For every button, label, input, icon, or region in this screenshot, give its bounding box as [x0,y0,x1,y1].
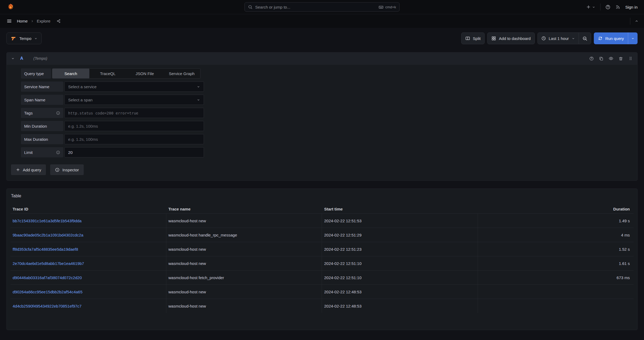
trace-name-cell: wasmcloud-host new [166,299,322,313]
min-duration-input[interactable] [64,121,204,131]
info-icon[interactable] [56,111,60,115]
query-editor-buttons: Add query Inspector [11,164,634,175]
query-type-option-traceql[interactable]: TraceQL [89,69,126,78]
caret-down-icon [631,37,635,40]
col-header-start-time[interactable]: Start time [322,204,478,213]
max-duration-input[interactable] [64,134,204,144]
run-query-dropdown-button[interactable] [628,32,638,44]
start-time-cell: 2024-02-22 12:51:23 [322,242,478,256]
trace-id-link[interactable]: 4d4cb2590f495434922eb70851ef97c7 [13,304,82,308]
col-header-trace-name[interactable]: Trace name [166,204,322,213]
trace-name-cell: wasmcloud-host fetch_provider [166,271,322,284]
query-row-header: A (Tempo) [7,53,637,65]
run-query-split-button: Run query [594,32,638,44]
collapse-header-button[interactable] [635,19,639,23]
tempo-logo-icon [10,35,17,42]
trace-name-cell: wasmcloud-host new [166,285,322,299]
trace-name-cell: wasmcloud-host new [166,256,322,270]
explore-page: Tempo Split Add to dashboard Last 1 hour [0,28,644,330]
duration-cell [478,285,634,299]
service-name-label: Service Name [21,82,63,92]
top-nav: Search or jump to... cmd+k Sign in [0,0,644,14]
min-duration-row: Min Duration [21,121,634,131]
breadcrumb: Home Explore [17,19,50,23]
search-icon [248,5,253,9]
max-duration-label: Max Duration [21,134,63,144]
caret-down-icon [11,57,15,60]
trace-id-link[interactable]: ff8d353cfa7af5c48835ee5da19daef8 [13,247,78,252]
trace-name-cell: wasmcloud-host new [166,242,322,256]
start-time-cell: 2024-02-22 12:48:53 [322,299,478,313]
limit-input[interactable] [64,147,204,157]
grafana-logo-icon[interactable] [6,3,14,11]
col-header-trace-id[interactable]: Trace ID [10,204,166,213]
query-type-option-service-graph[interactable]: Service Graph [163,69,200,78]
trace-id-link[interactable]: bb7c1543391c1e61a3d5fe1b543f9dda [13,219,82,223]
trace-id-link[interactable]: 2e70dc4aebd1e5d8abb17be1ea4619b7 [13,261,84,266]
sign-in-button[interactable]: Sign in [625,5,638,9]
info-icon[interactable] [56,150,60,154]
duration-cell: 1.49 s [478,214,634,228]
trace-id-link[interactable]: 9baac90ade05c2b1a1091bd4302cdc2a [13,233,83,237]
traces-table: Trace ID Trace name Start time Duration … [10,204,634,313]
trace-id-link[interactable]: d90264a66cc95ee15dbb2b2af54c4a65 [13,290,82,294]
service-name-select[interactable]: Select a service [64,82,204,92]
duration-cell: 4 ms [478,228,634,242]
run-query-button[interactable]: Run query [594,32,628,44]
duration-cell: 1.52 s [478,242,634,256]
trace-id-link[interactable]: d90446ab03316af7af38074d072c2d20 [13,275,82,280]
span-name-label: Span Name [21,95,63,105]
table-row: 9baac90ade05c2b1a1091bd4302cdc2a wasmclo… [10,228,634,242]
query-type-option-json-file[interactable]: JSON File [126,69,163,78]
add-query-button[interactable]: Add query [11,164,46,175]
drag-handle-icon[interactable] [628,56,633,61]
caret-down-icon [592,5,595,9]
remove-query-icon[interactable] [619,56,623,61]
query-type-row: Query type Search TraceQL JSON File Serv… [21,68,634,79]
time-zoom-out-button[interactable] [579,33,591,44]
max-duration-row: Max Duration [21,134,634,144]
query-help-icon[interactable] [589,56,594,61]
span-name-placeholder: Select a span [68,98,93,102]
table-row: 2e70dc4aebd1e5d8abb17be1ea4619b7 wasmclo… [10,256,634,270]
start-time-cell: 2024-02-22 12:51:10 [322,256,478,270]
top-nav-right: Sign in [586,3,638,10]
query-type-radio-group: Search TraceQL JSON File Service Graph [52,68,200,79]
datasource-picker[interactable]: Tempo [6,32,42,44]
tags-input[interactable] [64,108,204,118]
service-name-placeholder: Select a service [68,84,97,89]
span-name-row: Span Name Select a span [21,95,634,105]
tags-label: Tags [21,108,63,118]
collapse-query-button[interactable] [11,57,15,60]
menu-toggle-button[interactable] [6,18,12,24]
caret-down-icon [197,98,200,102]
query-type-option-search[interactable]: Search [52,69,89,78]
col-header-duration[interactable]: Duration [478,204,634,213]
inspector-button[interactable]: Inspector [50,164,84,175]
global-search[interactable]: Search or jump to... cmd+k [244,2,400,12]
share-button[interactable] [56,19,61,23]
breadcrumb-home[interactable]: Home [17,19,28,23]
breadcrumb-current: Explore [37,19,50,23]
span-name-select[interactable]: Select a span [64,95,204,105]
divider [630,18,630,25]
results-table-panel: Table Trace ID Trace name Start time Dur… [6,189,638,330]
time-range-button[interactable]: Last 1 hour [538,33,579,44]
split-button[interactable]: Split [461,32,485,44]
new-menu-button[interactable] [586,5,595,9]
duplicate-query-icon[interactable] [599,56,603,61]
toggle-visibility-icon[interactable] [609,56,613,61]
help-icon[interactable] [605,5,610,10]
query-editor-body: Query type Search TraceQL JSON File Serv… [7,65,637,180]
query-actions [589,56,633,61]
start-time-cell: 2024-02-22 12:51:29 [322,228,478,242]
add-to-dashboard-button[interactable]: Add to dashboard [487,32,535,44]
news-rss-icon[interactable] [615,5,620,10]
query-type-label: Query type [21,68,51,79]
tags-row: Tags [21,108,634,118]
page-nav: Home Explore [0,14,644,28]
limit-label: Limit [21,147,63,157]
query-ref-id[interactable]: A [20,56,23,61]
trace-name-cell: wasmcloud-host handle_rpc_message [166,228,322,242]
start-time-cell: 2024-02-22 12:51:10 [322,271,478,284]
